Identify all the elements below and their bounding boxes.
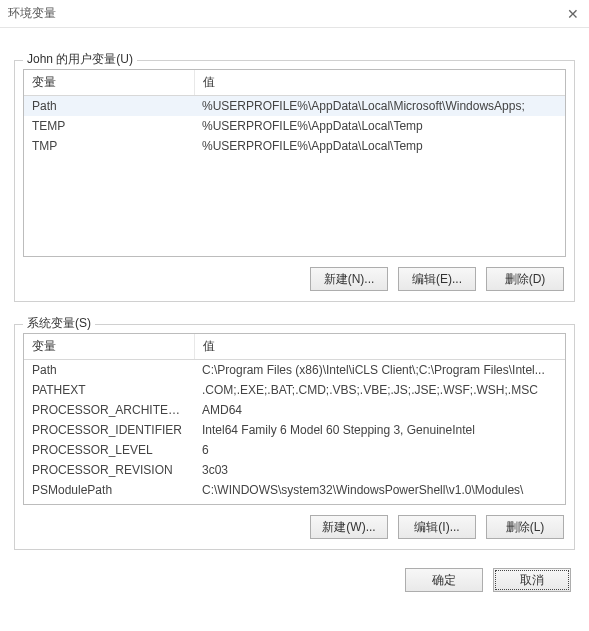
var-value-cell: 6 — [194, 440, 565, 460]
var-value-cell: C:\WINDOWS\system32\WindowsPowerShell\v1… — [194, 480, 565, 500]
var-name-cell: PROCESSOR_IDENTIFIER — [24, 420, 194, 440]
close-icon[interactable]: ✕ — [563, 4, 583, 24]
system-col-value[interactable]: 值 — [194, 334, 565, 360]
table-row[interactable]: PSModulePathC:\WINDOWS\system32\WindowsP… — [24, 480, 565, 500]
var-name-cell: TMP — [24, 136, 194, 156]
cancel-button[interactable]: 取消 — [493, 568, 571, 592]
dialog-content: John 的用户变量(U) 变量 值 Path%USERPROFILE%\App… — [0, 28, 589, 554]
var-value-cell: .COM;.EXE;.BAT;.CMD;.VBS;.VBE;.JS;.JSE;.… — [194, 380, 565, 400]
user-button-row: 新建(N)... 编辑(E)... 删除(D) — [23, 257, 566, 293]
user-new-button[interactable]: 新建(N)... — [310, 267, 388, 291]
user-vars-table[interactable]: 变量 值 Path%USERPROFILE%\AppData\Local\Mic… — [24, 70, 565, 156]
var-name-cell: PSModulePath — [24, 480, 194, 500]
system-vars-label: 系统变量(S) — [23, 315, 95, 332]
system-button-row: 新建(W)... 编辑(I)... 删除(L) — [23, 505, 566, 541]
table-row[interactable]: PROCESSOR_REVISION3c03 — [24, 460, 565, 480]
system-vars-group: 系统变量(S) 变量 值 PathC:\Program Files (x86)\… — [14, 324, 575, 550]
table-row[interactable]: TMP%USERPROFILE%\AppData\Local\Temp — [24, 136, 565, 156]
var-value-cell: C:\Program Files (x86)\Intel\iCLS Client… — [194, 360, 565, 381]
user-delete-button[interactable]: 删除(D) — [486, 267, 564, 291]
user-vars-table-wrap: 变量 值 Path%USERPROFILE%\AppData\Local\Mic… — [23, 69, 566, 257]
user-edit-button[interactable]: 编辑(E)... — [398, 267, 476, 291]
table-row[interactable]: PROCESSOR_ARCHITECT...AMD64 — [24, 400, 565, 420]
table-row[interactable]: TEMP%USERPROFILE%\AppData\Local\Temp — [24, 116, 565, 136]
var-name-cell: Path — [24, 360, 194, 381]
titlebar: 环境变量 ✕ — [0, 0, 589, 28]
system-new-button[interactable]: 新建(W)... — [310, 515, 388, 539]
system-edit-button[interactable]: 编辑(I)... — [398, 515, 476, 539]
table-row[interactable]: PROCESSOR_LEVEL6 — [24, 440, 565, 460]
table-row[interactable]: PROCESSOR_IDENTIFIERIntel64 Family 6 Mod… — [24, 420, 565, 440]
var-name-cell: TEMP — [24, 116, 194, 136]
var-value-cell: 3c03 — [194, 460, 565, 480]
user-col-name[interactable]: 变量 — [24, 70, 194, 96]
user-vars-group: John 的用户变量(U) 变量 值 Path%USERPROFILE%\App… — [14, 60, 575, 302]
user-col-value[interactable]: 值 — [194, 70, 565, 96]
var-name-cell: PROCESSOR_ARCHITECT... — [24, 400, 194, 420]
var-name-cell: PATHEXT — [24, 380, 194, 400]
var-value-cell: %USERPROFILE%\AppData\Local\Temp — [194, 136, 565, 156]
user-vars-label: John 的用户变量(U) — [23, 51, 137, 68]
var-name-cell: PROCESSOR_REVISION — [24, 460, 194, 480]
dialog-button-row: 确定 取消 — [0, 554, 589, 602]
system-table-empty-space — [24, 500, 565, 504]
system-vars-table-wrap: 变量 值 PathC:\Program Files (x86)\Intel\iC… — [23, 333, 566, 505]
var-value-cell: AMD64 — [194, 400, 565, 420]
system-col-name[interactable]: 变量 — [24, 334, 194, 360]
system-delete-button[interactable]: 删除(L) — [486, 515, 564, 539]
var-value-cell: %USERPROFILE%\AppData\Local\Microsoft\Wi… — [194, 96, 565, 117]
var-value-cell: %USERPROFILE%\AppData\Local\Temp — [194, 116, 565, 136]
user-table-empty-space — [24, 156, 565, 256]
system-vars-table[interactable]: 变量 值 PathC:\Program Files (x86)\Intel\iC… — [24, 334, 565, 500]
var-value-cell: Intel64 Family 6 Model 60 Stepping 3, Ge… — [194, 420, 565, 440]
window-title: 环境变量 — [8, 5, 56, 22]
table-row[interactable]: PathC:\Program Files (x86)\Intel\iCLS Cl… — [24, 360, 565, 381]
ok-button[interactable]: 确定 — [405, 568, 483, 592]
table-row[interactable]: PATHEXT.COM;.EXE;.BAT;.CMD;.VBS;.VBE;.JS… — [24, 380, 565, 400]
table-row[interactable]: Path%USERPROFILE%\AppData\Local\Microsof… — [24, 96, 565, 117]
var-name-cell: Path — [24, 96, 194, 117]
var-name-cell: PROCESSOR_LEVEL — [24, 440, 194, 460]
